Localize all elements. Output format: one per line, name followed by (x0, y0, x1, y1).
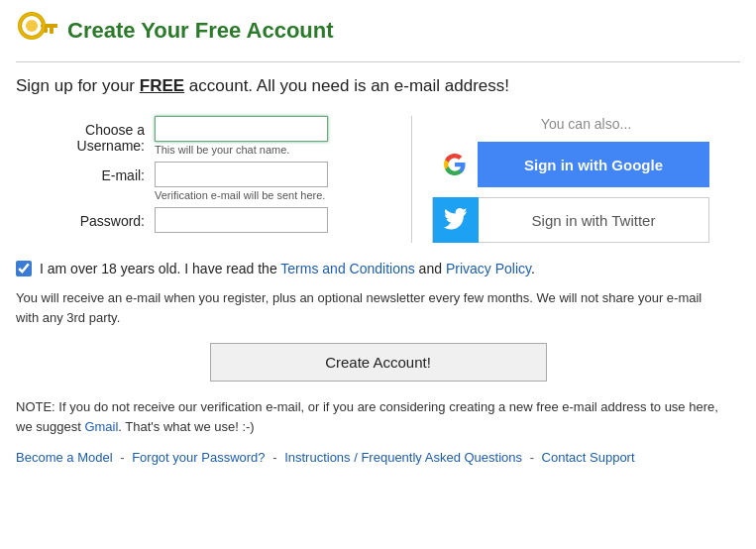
password-input[interactable] (155, 207, 328, 233)
you-can-also: You can also... (432, 116, 740, 132)
username-row: Choose a Username: This will be your cha… (16, 116, 391, 156)
header: Create Your Free Account (16, 10, 740, 62)
checkbox-suffix: . (531, 261, 535, 276)
username-hint: This will be your chat name. (155, 144, 391, 156)
keys-icon (16, 10, 57, 52)
tagline-suffix: account. All you need is an e-mail addre… (184, 76, 509, 95)
footer-link-faq[interactable]: Instructions / Frequently Asked Question… (284, 450, 522, 465)
footer-link-become-model[interactable]: Become a Model (16, 450, 113, 465)
page-title: Create Your Free Account (67, 18, 334, 44)
checkbox-middle: and (415, 261, 446, 276)
footer-link-contact-support[interactable]: Contact Support (542, 450, 635, 465)
footer-divider-1: - (120, 450, 128, 465)
checkbox-row: I am over 18 years old. I have read the … (16, 261, 740, 276)
tagline: Sign up for your FREE account. All you n… (16, 76, 740, 96)
twitter-button-label: Sign in with Twitter (479, 212, 708, 229)
password-label: Password: (16, 207, 155, 229)
create-account-button[interactable]: Create Account! (210, 343, 547, 382)
info-text: You will receive an e-mail when you regi… (16, 288, 709, 327)
form-section: Choose a Username: This will be your cha… (16, 116, 412, 243)
bottom-section: I am over 18 years old. I have read the … (16, 261, 740, 465)
email-label: E-mail: (16, 162, 155, 183)
svg-rect-3 (50, 28, 54, 34)
create-button-wrap: Create Account! (16, 343, 740, 382)
checkbox-prefix: I am over 18 years old. I have read the (40, 261, 280, 276)
twitter-icon-box (433, 197, 479, 243)
email-row: E-mail: Verification e-mail will be sent… (16, 162, 391, 201)
checkbox-text: I am over 18 years old. I have read the … (40, 261, 535, 276)
email-hint: Verification e-mail will be sent here. (155, 189, 391, 201)
email-input[interactable] (155, 162, 328, 187)
gmail-link[interactable]: Gmail (84, 419, 118, 434)
terms-link[interactable]: Terms and Conditions (280, 261, 414, 276)
main-area: Choose a Username: This will be your cha… (16, 116, 740, 243)
sign-in-twitter-button[interactable]: Sign in with Twitter (432, 197, 709, 243)
age-checkbox[interactable] (16, 261, 32, 276)
username-input-wrap: This will be your chat name. (155, 116, 391, 156)
google-button-label: Sign in with Google (478, 157, 709, 173)
password-input-wrap (155, 207, 391, 233)
footer-divider-2: - (272, 450, 280, 465)
username-input[interactable] (155, 116, 328, 142)
twitter-bird-icon (444, 208, 468, 232)
password-row: Password: (16, 207, 391, 233)
footer-link-forgot-password[interactable]: Forgot your Password? (132, 450, 265, 465)
note-text: NOTE: If you do not receive our verifica… (16, 397, 729, 436)
footer-links: Become a Model - Forgot your Password? -… (16, 450, 740, 465)
google-g-icon (443, 153, 467, 176)
footer-divider-3: - (530, 450, 538, 465)
sign-in-google-button[interactable]: Sign in with Google (432, 142, 709, 187)
email-input-wrap: Verification e-mail will be sent here. (155, 162, 391, 201)
username-label: Choose a Username: (16, 116, 155, 154)
google-icon-box (432, 142, 478, 187)
svg-point-1 (26, 20, 38, 32)
tagline-highlight: FREE (140, 76, 184, 95)
privacy-link[interactable]: Privacy Policy (446, 261, 531, 276)
tagline-prefix: Sign up for your (16, 76, 140, 95)
note-suffix: . That's what we use! :-) (118, 419, 254, 434)
social-section: You can also... Sign in with Google (412, 116, 740, 243)
